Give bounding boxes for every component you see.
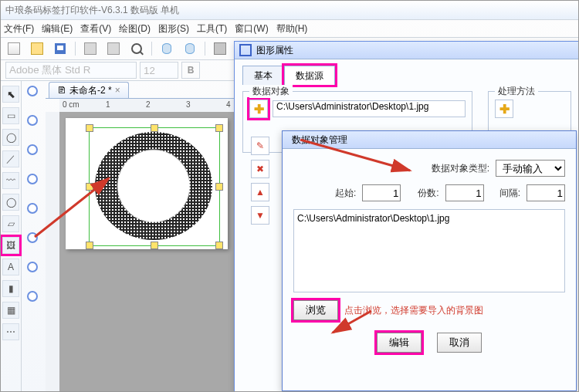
document-tab[interactable]: 🖹 未命名-2 * × <box>49 82 129 98</box>
print-icon <box>107 42 120 55</box>
poly-tool[interactable]: ▱ <box>2 215 19 232</box>
rect-tool[interactable]: ▭ <box>2 107 19 124</box>
start-label: 起始: <box>335 187 356 200</box>
gutter-dot <box>27 262 38 272</box>
group-title: 处理方法 <box>495 85 538 98</box>
gutter-dot <box>27 144 38 155</box>
resize-handle[interactable] <box>215 183 223 191</box>
menu-edit[interactable]: 编辑(E) <box>42 20 73 37</box>
gap-input[interactable] <box>527 184 565 201</box>
resize-handle[interactable] <box>86 183 93 191</box>
menu-help[interactable]: 帮助(H) <box>276 20 308 37</box>
round-tool[interactable]: ◯ <box>2 129 19 146</box>
bold-button[interactable]: B <box>181 62 200 79</box>
window-titlebar: 中琅条码标签打印软件-V6.3.1 数码版 单机 <box>1 1 578 20</box>
move-down-button[interactable]: ▼ <box>251 206 269 225</box>
menu-view[interactable]: 查看(V) <box>80 20 111 37</box>
database-icon <box>162 43 171 54</box>
selection-box[interactable] <box>89 127 220 246</box>
path-textarea[interactable]: C:\Users\Administrator\Desktop\1.jpg <box>293 209 565 292</box>
font-size-input[interactable] <box>140 62 178 79</box>
line-tool[interactable]: ／ <box>2 150 19 167</box>
ruler-mark: 1 <box>106 100 110 109</box>
resize-handle[interactable] <box>86 242 93 249</box>
panel-titlebar[interactable]: 图形属性 <box>235 42 579 59</box>
text-tool[interactable]: A <box>2 259 19 275</box>
save-icon <box>55 43 66 54</box>
print2-button[interactable] <box>105 40 122 57</box>
resize-handle[interactable] <box>86 124 93 132</box>
print-button[interactable] <box>82 40 99 57</box>
label-page[interactable] <box>66 118 228 249</box>
doc-icon: 🖹 <box>57 85 66 96</box>
barcode-tool[interactable]: ▮ <box>2 280 19 297</box>
gutter-dot <box>27 291 38 302</box>
qrcode-tool[interactable]: ▦ <box>2 302 19 319</box>
font-name-input[interactable] <box>5 62 137 79</box>
browse-note: 点击浏览，选择需要导入的背景图 <box>344 304 483 317</box>
left-toolbox: ⬉ ▭ ◯ ／ 〰 ◯ ▱ 🖼 A ▮ ▦ ⋯ <box>1 81 22 392</box>
ellipse-tool[interactable]: ◯ <box>2 194 19 211</box>
panel-title: 图形属性 <box>256 44 293 57</box>
left-gutter <box>24 81 41 392</box>
start-input[interactable] <box>362 184 401 201</box>
new-button[interactable] <box>5 40 22 57</box>
print-icon <box>84 42 96 55</box>
toolbar-separator <box>205 42 205 56</box>
gutter-dot <box>27 203 38 214</box>
type-select[interactable]: 手动输入 <box>496 160 565 177</box>
toolbar-separator <box>151 42 152 56</box>
db2-button[interactable] <box>181 40 198 57</box>
ruler-vertical <box>46 112 60 392</box>
pointer-tool[interactable]: ⬉ <box>2 86 19 103</box>
window-title: 中琅条码标签打印软件-V6.3.1 数码版 单机 <box>5 5 179 15</box>
database-icon <box>185 43 195 54</box>
gutter-dot <box>27 86 38 96</box>
delete-object-button[interactable]: ✖ <box>251 160 269 178</box>
ruler-mark: 0 cm <box>63 100 80 109</box>
gutter-dot <box>27 174 38 184</box>
save-button[interactable] <box>52 40 69 57</box>
ruler-mark: 2 <box>146 100 151 109</box>
add-method-button[interactable]: ✚ <box>495 100 513 118</box>
browse-button[interactable]: 浏览 <box>293 300 338 320</box>
ruler-mark: 4 <box>226 100 231 109</box>
zoom-button[interactable] <box>128 40 145 57</box>
tab-data-source[interactable]: 数据源 <box>284 66 335 85</box>
edit-object-button[interactable]: ✎ <box>251 137 269 155</box>
add-data-object-button[interactable]: ✚ <box>249 100 268 118</box>
document-tab-title: 未命名-2 * <box>69 84 112 97</box>
menu-bar: 文件(F) 编辑(E) 查看(V) 绘图(D) 图形(S) 工具(T) 窗口(W… <box>1 20 578 38</box>
resize-handle[interactable] <box>215 124 223 132</box>
menu-file[interactable]: 文件(F) <box>4 20 34 37</box>
app-icon <box>214 42 226 55</box>
toolbar-separator <box>75 42 76 56</box>
edit-ok-button[interactable]: 编辑 <box>377 333 422 353</box>
data-object-path[interactable]: C:\Users\Administrator\Desktop\1.jpg <box>273 100 466 117</box>
curve-tool[interactable]: 〰 <box>2 172 19 189</box>
menu-tool[interactable]: 工具(T) <box>197 20 227 37</box>
menu-draw[interactable]: 绘图(D) <box>119 20 151 37</box>
menu-window[interactable]: 窗口(W) <box>235 20 268 37</box>
move-up-button[interactable]: ▲ <box>251 183 269 201</box>
resize-handle[interactable] <box>151 242 158 249</box>
resize-handle[interactable] <box>215 242 223 249</box>
dialog-titlebar[interactable]: 数据对象管理 <box>283 131 576 149</box>
panel-tabs: 基本 数据源 <box>235 59 579 85</box>
more-tool[interactable]: ⋯ <box>2 323 19 340</box>
resize-handle[interactable] <box>151 124 158 132</box>
tab-basic[interactable]: 基本 <box>242 66 284 85</box>
shape-icon <box>239 44 252 56</box>
copies-input[interactable] <box>445 184 484 201</box>
open-button[interactable] <box>29 40 46 57</box>
db-button[interactable] <box>158 40 175 57</box>
image-tool[interactable]: 🖼 <box>2 237 19 254</box>
ruler-mark: 3 <box>186 100 191 109</box>
app-button[interactable] <box>212 40 229 57</box>
dialog-body: 数据对象类型: 手动输入 起始: 份数: 间隔: C:\Users\Admini… <box>283 149 576 368</box>
close-icon[interactable]: × <box>115 85 120 96</box>
folder-icon <box>31 42 43 55</box>
menu-shape[interactable]: 图形(S) <box>158 20 189 37</box>
cancel-button[interactable]: 取消 <box>437 333 482 353</box>
gap-label: 间隔: <box>499 187 520 200</box>
